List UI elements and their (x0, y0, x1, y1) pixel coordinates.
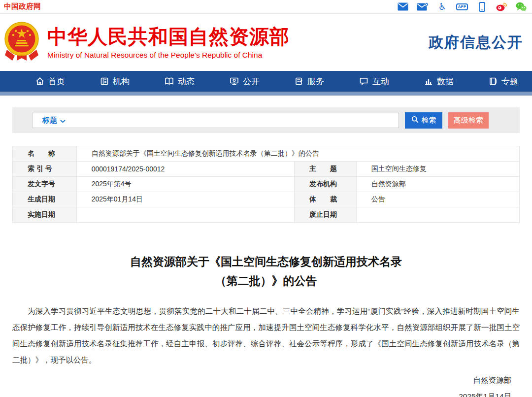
mail-icon[interactable] (397, 2, 409, 12)
advanced-search-button[interactable]: 高级检索 (448, 112, 489, 129)
signature-block: 自然资源部 2025年1月14日 (0, 372, 511, 397)
article-body: 为深入学习贯彻习近平生态文明思想，贯彻落实党的二十大和二十届二中、三中全会精神，… (12, 303, 520, 368)
data-icon (424, 77, 433, 86)
site-header: 中华人民共和国自然资源部 Ministry of Natural Resourc… (0, 14, 532, 71)
national-emblem-logo (4, 19, 39, 66)
search-field-selector[interactable]: 标题 (42, 116, 66, 125)
disclosure-icon (230, 77, 239, 86)
date-repeal-label: 废止日期 (295, 207, 357, 223)
genre-label: 体 裁 (295, 192, 357, 207)
search-input[interactable]: 标题 (32, 113, 399, 128)
nav-item-disclosure[interactable]: 公开 (230, 76, 260, 87)
issuer-label: 发布机构 (295, 177, 357, 192)
nav-item-interaction[interactable]: 互动 (359, 76, 389, 87)
table-row: 发文字号 2025年第4号 发布机构 自然资源部 (13, 177, 520, 192)
document-metadata-table: 名 称 自然资源部关于《国土空间生态修复创新适用技术名录（第二批）》的公告 索 … (12, 146, 520, 223)
index-number-label: 索 引 号 (13, 162, 77, 177)
nav-item-topics[interactable]: 专题 (489, 76, 518, 87)
news-icon (165, 77, 174, 86)
name-value: 自然资源部关于《国土空间生态修复创新适用技术名录（第二批）》的公告 (76, 146, 519, 162)
service-icon (295, 77, 303, 86)
gov-site-link[interactable]: 中国政府网 (4, 2, 41, 11)
index-number-value: 000019174/2025-00012 (76, 162, 294, 177)
main-nav: 首页 机构 动态 公开 服务 互动 数据 专题 (0, 71, 532, 92)
genre-value: 公告 (356, 192, 519, 207)
app-icon[interactable]: APP (456, 2, 468, 12)
date-created-label: 生成日期 (13, 192, 77, 207)
chevron-down-icon (60, 116, 66, 125)
doc-number-label: 发文字号 (13, 177, 77, 192)
table-row: 名 称 自然资源部关于《国土空间生态修复创新适用技术名录（第二批）》的公告 (13, 146, 520, 162)
date-repeal-value (356, 207, 519, 223)
app-icon-label: APP (456, 3, 468, 10)
mail-subscribe-icon[interactable] (417, 2, 429, 12)
accessibility-icon[interactable]: ♿ (436, 2, 448, 12)
table-row: 实施日期 废止日期 (13, 207, 520, 223)
table-row: 索 引 号 000019174/2025-00012 主 题 国土空间生态修复 (13, 162, 520, 177)
name-label: 名 称 (13, 146, 77, 162)
nav-item-home[interactable]: 首页 (35, 76, 65, 87)
date-effective-label: 实施日期 (13, 207, 77, 223)
doc-number-value: 2025年第4号 (76, 177, 294, 192)
top-bar: 中国政府网 ♿ APP (0, 0, 532, 14)
ministry-title: 中华人民共和国自然资源部 (47, 26, 290, 47)
search-panel: 标题 检索 高级检索 (12, 107, 520, 133)
issuer-value: 自然资源部 (356, 177, 519, 192)
top-icon-group: ♿ APP (397, 2, 527, 12)
topics-icon (489, 77, 498, 86)
nav-item-news[interactable]: 动态 (165, 76, 195, 87)
date-effective-value (76, 207, 294, 223)
subject-value: 国土空间生态修复 (356, 162, 519, 177)
interaction-icon (359, 77, 368, 86)
search-icon (411, 116, 419, 125)
organization-icon (100, 77, 109, 86)
nav-item-data[interactable]: 数据 (424, 76, 454, 87)
nav-accent-stripe (0, 92, 532, 96)
wechat-icon[interactable] (515, 2, 527, 12)
article-title: 自然资源部关于《国土空间生态修复创新适用技术名录 （第二批）》的公告 (69, 252, 463, 290)
signature-agency: 自然资源部 (0, 372, 511, 388)
signature-date: 2025年1月14日 (0, 388, 511, 397)
table-row: 生成日期 2025年01月14日 体 裁 公告 (13, 192, 520, 207)
page-section-title: 政府信息公开 (429, 33, 523, 53)
subject-label: 主 题 (295, 162, 357, 177)
nav-item-service[interactable]: 服务 (295, 76, 324, 87)
home-icon (35, 77, 44, 86)
mobile-icon[interactable] (476, 2, 488, 12)
ministry-subtitle: Ministry of Natural Resources of the Peo… (47, 51, 290, 60)
nav-item-organization[interactable]: 机构 (100, 76, 130, 87)
weibo-icon[interactable] (496, 2, 507, 12)
search-button[interactable]: 检索 (405, 112, 442, 129)
date-created-value: 2025年01月14日 (76, 192, 294, 207)
